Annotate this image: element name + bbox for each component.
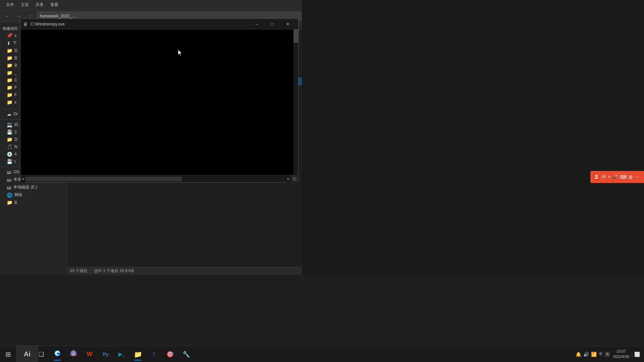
sys-icons: 🔔 🔊 📶 中 A [576,351,610,357]
taskbar-office[interactable]: W [82,347,97,362]
folder-icon-8: 📁 [7,92,12,98]
resize-corner[interactable]: ⬛ [291,175,298,183]
folder-icon-2: 📁 [7,48,12,53]
word-icon: T [153,352,156,357]
clock-time: 15:07 [613,349,629,354]
clock-date: 2022/4/30 [613,354,629,359]
item-count: 33 个项目 [70,268,88,274]
folder-icon-3: 📁 [7,55,12,61]
explorer-icon: 📁 [134,350,142,358]
console-bottom-bar: ◄ ► ⬛ [20,175,298,182]
notification-icon[interactable]: 🔔 [576,352,581,357]
console-titlebar: 🖥 C:\Windows\py.exe ─ □ ✕ [20,19,298,29]
selected-info: 选中 1 个项目 20.9 KB [94,268,134,274]
sougou-mic[interactable]: 🎤 [612,174,618,180]
computer-icon: 💻 [7,122,12,127]
ai-text: Ai [24,350,31,358]
ai-label[interactable]: Ai [16,346,38,362]
download-icon: ⬇ [7,41,11,46]
sidebar-network[interactable]: 🌐 网络 [0,191,67,199]
storage-icon: 💾 [7,159,12,164]
right-panel [302,0,644,275]
console-scrollbar-thumb[interactable] [293,29,298,43]
scroll-right-btn[interactable]: ► [286,175,291,183]
sougou-table[interactable]: ⊞ [629,174,633,180]
console-hscrollbar[interactable] [25,177,286,181]
task-view-icon: ❑ [39,351,44,358]
folder-icon-4: 📁 [7,63,12,68]
terminal-icon: ▶_ [118,351,125,357]
console-window: 🖥 C:\Windows\py.exe ─ □ ✕ ◄ ► ⬛ [20,18,299,183]
taskbar-python-ide[interactable]: Py [98,347,113,362]
address-text: homework_2022_... [40,14,75,18]
clock[interactable]: 15:07 2022/4/30 [613,349,629,359]
hdd-icon-d: 🖴 [7,177,11,182]
menu-share[interactable]: 共享 [32,1,47,9]
taskbar-word[interactable]: T [146,347,162,362]
console-hscrollbar-thumb[interactable] [25,177,182,181]
sougou-bar: S 中 • 🎤 ⌨ ⊞ ⋯ [590,171,644,183]
music-icon: 🎵 [7,144,12,149]
chrome-icon [70,350,77,359]
app1-icon: 🎯 [166,351,174,358]
svg-point-3 [72,352,75,354]
scroll-left-btn[interactable]: ◄ [20,175,25,183]
taskbar-terminal[interactable]: ▶_ [114,347,129,362]
network-icon: 🌐 [7,192,12,198]
edge-icon [54,350,61,359]
start-button[interactable]: ⊞ [0,346,16,362]
console-output[interactable] [20,29,293,175]
hdd-icon: 🖴 [7,169,11,175]
menu-home[interactable]: 主页 [17,1,32,9]
taskbar-edge[interactable] [50,347,65,362]
taskbar-apps: 🔍 ❑ W [16,347,572,362]
folder-icon-9: 📁 [7,100,12,105]
drive-icon: 💾 [7,129,12,135]
menu-file[interactable]: 文件 [3,1,17,9]
sidebar-b-bottom[interactable]: 📁 B [0,199,67,206]
show-desktop-btn[interactable]: ⬜ [632,352,640,357]
folder-drive-icon: 📁 [7,137,12,142]
sidebar-disk-e[interactable]: 🖴 本地磁盘 (E:) [0,183,67,191]
sougou-mode[interactable]: 中 [602,174,606,180]
sougou-more[interactable]: ⋯ [635,174,639,180]
console-body [20,29,298,175]
network-icon[interactable]: 📶 [591,352,597,357]
sougou-logo: S [593,174,600,181]
keyboard-lang-icon[interactable]: 中 [599,351,603,357]
folder-b-icon: 📁 [7,200,12,205]
disk-icon: 💿 [7,152,12,157]
office-icon: W [87,351,93,358]
console-scrollbar[interactable] [293,29,298,175]
volume-icon[interactable]: 🔊 [583,352,589,357]
taskbar: ⊞ 🔍 ❑ [0,346,644,362]
menu-view[interactable]: 查看 [47,1,62,9]
windows-icon: ⊞ [5,350,11,358]
folder-icon-6: 📁 [7,77,12,83]
input-method-icon[interactable]: A [605,352,610,357]
console-maximize-button[interactable]: □ [265,19,280,29]
taskbar-chrome[interactable] [66,347,81,362]
console-app-icon: 🖥 [23,21,28,27]
taskbar-right: 🔔 🔊 📶 中 A 15:07 2022/4/30 ⬜ [572,346,644,362]
console-close-button[interactable]: ✕ [280,19,296,29]
cloud-icon: ☁ [7,111,11,117]
app2-icon: 🔧 [182,351,190,358]
console-minimize-button[interactable]: ─ [249,19,265,29]
taskbar-app1[interactable]: 🎯 [162,347,178,362]
sougou-dot: • [608,174,610,181]
back-button[interactable]: ← [3,11,12,21]
console-title: C:\Windows\py.exe [31,22,249,26]
python-ide-icon: Py [103,352,108,357]
hdd-icon-e: 🖴 [7,185,11,190]
folder-icon: 📌 [7,33,12,38]
folder-icon-7: 📁 [7,85,12,90]
taskbar-file-explorer[interactable]: 📁 [130,347,146,362]
folder-icon-5: 📁 [7,70,12,75]
taskbar-app2[interactable]: 🔧 [178,347,194,362]
console-window-controls: ─ □ ✕ [249,19,296,29]
sougou-keyboard[interactable]: ⌨ [620,174,627,180]
